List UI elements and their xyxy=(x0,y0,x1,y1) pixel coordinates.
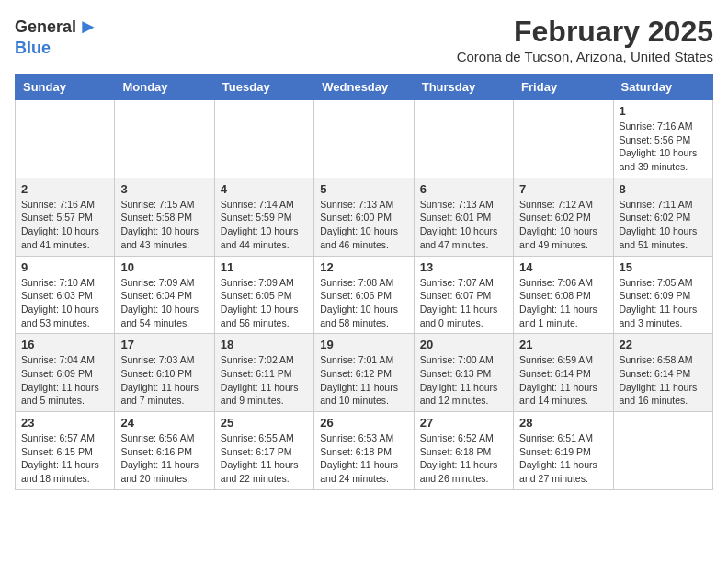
calendar-cell: 6Sunrise: 7:13 AM Sunset: 6:01 PM Daylig… xyxy=(414,178,513,256)
calendar-cell: 18Sunrise: 7:02 AM Sunset: 6:11 PM Dayli… xyxy=(214,334,313,412)
calendar-cell xyxy=(613,412,712,490)
day-info: Sunrise: 6:58 AM Sunset: 6:14 PM Dayligh… xyxy=(620,353,707,408)
logo-general-text: General xyxy=(15,17,76,37)
calendar-cell: 15Sunrise: 7:05 AM Sunset: 6:09 PM Dayli… xyxy=(613,256,712,334)
calendar-cell: 22Sunrise: 6:58 AM Sunset: 6:14 PM Dayli… xyxy=(613,334,712,412)
calendar-cell: 9Sunrise: 7:10 AM Sunset: 6:03 PM Daylig… xyxy=(16,256,115,334)
day-info: Sunrise: 7:13 AM Sunset: 6:00 PM Dayligh… xyxy=(320,198,407,252)
calendar-cell: 16Sunrise: 7:04 AM Sunset: 6:09 PM Dayli… xyxy=(16,334,115,412)
calendar-table: SundayMondayTuesdayWednesdayThursdayFrid… xyxy=(15,74,713,490)
day-info: Sunrise: 7:06 AM Sunset: 6:08 PM Dayligh… xyxy=(519,276,607,330)
calendar-week-row: 9Sunrise: 7:10 AM Sunset: 6:03 PM Daylig… xyxy=(16,256,713,334)
calendar-cell: 2Sunrise: 7:16 AM Sunset: 5:57 PM Daylig… xyxy=(16,178,115,256)
day-number: 6 xyxy=(420,182,507,196)
day-number: 17 xyxy=(120,338,208,351)
calendar-cell: 10Sunrise: 7:09 AM Sunset: 6:04 PM Dayli… xyxy=(115,256,214,334)
day-info: Sunrise: 7:12 AM Sunset: 6:02 PM Dayligh… xyxy=(519,198,607,252)
calendar-cell: 12Sunrise: 7:08 AM Sunset: 6:06 PM Dayli… xyxy=(314,256,414,334)
calendar-cell: 25Sunrise: 6:55 AM Sunset: 6:17 PM Dayli… xyxy=(214,412,313,490)
day-number: 10 xyxy=(120,260,208,274)
day-number: 8 xyxy=(620,182,707,196)
day-info: Sunrise: 6:57 AM Sunset: 6:15 PM Dayligh… xyxy=(21,431,108,486)
day-number: 12 xyxy=(320,260,407,274)
day-info: Sunrise: 7:09 AM Sunset: 6:05 PM Dayligh… xyxy=(221,276,308,330)
day-number: 28 xyxy=(519,416,607,430)
day-number: 3 xyxy=(120,182,208,196)
weekday-header-thursday: Thursday xyxy=(414,75,513,100)
calendar-cell xyxy=(514,100,613,178)
day-number: 2 xyxy=(21,182,108,196)
calendar-cell xyxy=(16,100,115,178)
day-number: 11 xyxy=(221,260,308,274)
day-number: 19 xyxy=(320,338,407,351)
calendar-cell: 1Sunrise: 7:16 AM Sunset: 5:56 PM Daylig… xyxy=(613,100,712,178)
calendar-week-row: 16Sunrise: 7:04 AM Sunset: 6:09 PM Dayli… xyxy=(16,334,713,412)
day-info: Sunrise: 7:15 AM Sunset: 5:58 PM Dayligh… xyxy=(120,198,208,252)
day-number: 5 xyxy=(320,182,407,196)
day-info: Sunrise: 6:51 AM Sunset: 6:19 PM Dayligh… xyxy=(519,431,607,486)
day-info: Sunrise: 7:08 AM Sunset: 6:06 PM Dayligh… xyxy=(320,276,407,330)
calendar-cell: 17Sunrise: 7:03 AM Sunset: 6:10 PM Dayli… xyxy=(115,334,214,412)
day-number: 4 xyxy=(221,182,308,196)
day-info: Sunrise: 7:16 AM Sunset: 5:56 PM Dayligh… xyxy=(620,120,707,174)
day-info: Sunrise: 7:05 AM Sunset: 6:09 PM Dayligh… xyxy=(620,276,707,330)
day-number: 14 xyxy=(519,260,607,274)
day-number: 16 xyxy=(21,338,108,351)
calendar-cell: 27Sunrise: 6:52 AM Sunset: 6:18 PM Dayli… xyxy=(414,412,513,490)
day-info: Sunrise: 7:01 AM Sunset: 6:12 PM Dayligh… xyxy=(320,353,407,408)
day-number: 23 xyxy=(21,416,108,430)
weekday-header-tuesday: Tuesday xyxy=(214,75,313,100)
day-number: 9 xyxy=(21,260,108,274)
calendar-week-row: 2Sunrise: 7:16 AM Sunset: 5:57 PM Daylig… xyxy=(16,178,713,256)
calendar-cell xyxy=(214,100,313,178)
weekday-header-sunday: Sunday xyxy=(16,75,115,100)
day-info: Sunrise: 6:55 AM Sunset: 6:17 PM Dayligh… xyxy=(221,431,308,486)
calendar-cell: 7Sunrise: 7:12 AM Sunset: 6:02 PM Daylig… xyxy=(514,178,613,256)
calendar-cell: 23Sunrise: 6:57 AM Sunset: 6:15 PM Dayli… xyxy=(16,412,115,490)
day-number: 7 xyxy=(519,182,607,196)
calendar-cell xyxy=(115,100,214,178)
calendar-cell: 4Sunrise: 7:14 AM Sunset: 5:59 PM Daylig… xyxy=(214,178,313,256)
calendar-cell: 24Sunrise: 6:56 AM Sunset: 6:16 PM Dayli… xyxy=(115,412,214,490)
day-info: Sunrise: 7:00 AM Sunset: 6:13 PM Dayligh… xyxy=(420,353,507,408)
calendar-cell: 13Sunrise: 7:07 AM Sunset: 6:07 PM Dayli… xyxy=(414,256,513,334)
weekday-header-saturday: Saturday xyxy=(613,75,712,100)
calendar-cell xyxy=(414,100,513,178)
weekday-header-wednesday: Wednesday xyxy=(314,75,414,100)
calendar-cell: 11Sunrise: 7:09 AM Sunset: 6:05 PM Dayli… xyxy=(214,256,313,334)
logo-blue-text: Blue xyxy=(15,39,51,58)
calendar-title: February 2025 xyxy=(457,15,713,49)
day-info: Sunrise: 7:02 AM Sunset: 6:11 PM Dayligh… xyxy=(221,353,308,408)
weekday-header-row: SundayMondayTuesdayWednesdayThursdayFrid… xyxy=(16,75,713,100)
calendar-cell xyxy=(314,100,414,178)
title-block: February 2025 Corona de Tucson, Arizona,… xyxy=(457,15,713,64)
day-number: 15 xyxy=(620,260,707,274)
day-number: 13 xyxy=(420,260,507,274)
page-header: General ► Blue February 2025 Corona de T… xyxy=(15,15,713,64)
calendar-subtitle: Corona de Tucson, Arizona, United States xyxy=(457,49,713,64)
day-info: Sunrise: 7:03 AM Sunset: 6:10 PM Dayligh… xyxy=(120,353,208,408)
day-info: Sunrise: 6:56 AM Sunset: 6:16 PM Dayligh… xyxy=(120,431,208,486)
weekday-header-monday: Monday xyxy=(115,75,214,100)
day-number: 25 xyxy=(221,416,308,430)
day-number: 26 xyxy=(320,416,407,430)
calendar-cell: 20Sunrise: 7:00 AM Sunset: 6:13 PM Dayli… xyxy=(414,334,513,412)
day-number: 21 xyxy=(519,338,607,351)
day-info: Sunrise: 7:04 AM Sunset: 6:09 PM Dayligh… xyxy=(21,353,108,408)
calendar-cell: 21Sunrise: 6:59 AM Sunset: 6:14 PM Dayli… xyxy=(514,334,613,412)
day-number: 20 xyxy=(420,338,507,351)
calendar-cell: 19Sunrise: 7:01 AM Sunset: 6:12 PM Dayli… xyxy=(314,334,414,412)
day-number: 24 xyxy=(120,416,208,430)
calendar-cell: 14Sunrise: 7:06 AM Sunset: 6:08 PM Dayli… xyxy=(514,256,613,334)
day-info: Sunrise: 6:52 AM Sunset: 6:18 PM Dayligh… xyxy=(420,431,507,486)
day-number: 27 xyxy=(420,416,507,430)
day-info: Sunrise: 7:10 AM Sunset: 6:03 PM Dayligh… xyxy=(21,276,108,330)
day-info: Sunrise: 7:11 AM Sunset: 6:02 PM Dayligh… xyxy=(620,198,707,252)
calendar-cell: 3Sunrise: 7:15 AM Sunset: 5:58 PM Daylig… xyxy=(115,178,214,256)
weekday-header-friday: Friday xyxy=(514,75,613,100)
day-number: 1 xyxy=(620,104,707,118)
day-number: 22 xyxy=(620,338,707,351)
day-info: Sunrise: 6:53 AM Sunset: 6:18 PM Dayligh… xyxy=(320,431,407,486)
day-number: 18 xyxy=(221,338,308,351)
logo-arrow-icon: ► xyxy=(78,15,98,39)
